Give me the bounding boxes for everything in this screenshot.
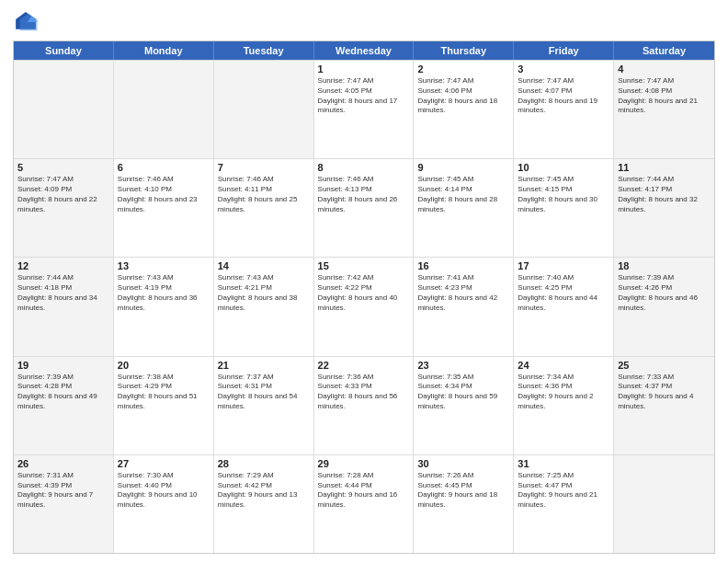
- cell-sun-info: Sunrise: 7:39 AM Sunset: 4:28 PM Dayligh…: [17, 373, 109, 412]
- cell-sun-info: Sunrise: 7:44 AM Sunset: 4:18 PM Dayligh…: [17, 273, 109, 313]
- logo: [13, 9, 40, 35]
- calendar-cell: 22Sunrise: 7:36 AM Sunset: 4:33 PM Dayli…: [314, 357, 415, 454]
- calendar-cell: 23Sunrise: 7:35 AM Sunset: 4:34 PM Dayli…: [414, 357, 514, 454]
- calendar-cell: 2Sunrise: 7:47 AM Sunset: 4:06 PM Daylig…: [414, 61, 514, 158]
- calendar-cell: 3Sunrise: 7:47 AM Sunset: 4:07 PM Daylig…: [514, 61, 614, 158]
- calendar-cell: 21Sunrise: 7:37 AM Sunset: 4:31 PM Dayli…: [214, 357, 314, 454]
- calendar-cell: 18Sunrise: 7:39 AM Sunset: 4:26 PM Dayli…: [614, 258, 714, 355]
- day-number: 25: [618, 360, 711, 371]
- cell-sun-info: Sunrise: 7:44 AM Sunset: 4:17 PM Dayligh…: [618, 175, 711, 214]
- calendar-cell: 8Sunrise: 7:46 AM Sunset: 4:13 PM Daylig…: [314, 159, 415, 257]
- day-number: 31: [518, 458, 609, 469]
- day-number: 22: [318, 360, 410, 371]
- cell-sun-info: Sunrise: 7:26 AM Sunset: 4:45 PM Dayligh…: [417, 471, 509, 511]
- calendar-cell: 15Sunrise: 7:42 AM Sunset: 4:22 PM Dayli…: [314, 258, 415, 355]
- cell-sun-info: Sunrise: 7:38 AM Sunset: 4:29 PM Dayligh…: [118, 373, 210, 412]
- day-number: 28: [218, 458, 310, 469]
- calendar-cell: [114, 61, 214, 158]
- calendar-cell: 10Sunrise: 7:45 AM Sunset: 4:15 PM Dayli…: [514, 159, 614, 257]
- cell-sun-info: Sunrise: 7:28 AM Sunset: 4:44 PM Dayligh…: [318, 471, 410, 511]
- weekday-header: Tuesday: [214, 41, 314, 60]
- cell-sun-info: Sunrise: 7:29 AM Sunset: 4:42 PM Dayligh…: [218, 471, 310, 511]
- day-number: 11: [618, 162, 711, 173]
- day-number: 15: [318, 260, 410, 271]
- day-number: 17: [518, 260, 609, 271]
- day-number: 13: [118, 260, 210, 271]
- cell-sun-info: Sunrise: 7:36 AM Sunset: 4:33 PM Dayligh…: [318, 373, 410, 412]
- day-number: 6: [118, 162, 210, 173]
- calendar-cell: 1Sunrise: 7:47 AM Sunset: 4:05 PM Daylig…: [314, 61, 415, 158]
- day-number: 5: [17, 162, 109, 173]
- calendar-cell: 12Sunrise: 7:44 AM Sunset: 4:18 PM Dayli…: [14, 258, 114, 355]
- calendar-cell: 28Sunrise: 7:29 AM Sunset: 4:42 PM Dayli…: [214, 455, 314, 553]
- calendar-cell: 6Sunrise: 7:46 AM Sunset: 4:10 PM Daylig…: [114, 159, 214, 257]
- cell-sun-info: Sunrise: 7:25 AM Sunset: 4:47 PM Dayligh…: [518, 471, 609, 511]
- day-number: 27: [118, 458, 210, 469]
- day-number: 19: [17, 360, 109, 371]
- day-number: 12: [17, 260, 109, 271]
- calendar-cell: 26Sunrise: 7:31 AM Sunset: 4:39 PM Dayli…: [14, 455, 114, 553]
- cell-sun-info: Sunrise: 7:47 AM Sunset: 4:06 PM Dayligh…: [417, 76, 509, 116]
- cell-sun-info: Sunrise: 7:39 AM Sunset: 4:26 PM Dayligh…: [618, 273, 711, 313]
- logo-icon: [13, 9, 39, 35]
- day-number: 10: [518, 162, 609, 173]
- cell-sun-info: Sunrise: 7:40 AM Sunset: 4:25 PM Dayligh…: [518, 273, 609, 313]
- day-number: 14: [218, 260, 310, 271]
- day-number: 4: [618, 63, 711, 75]
- cell-sun-info: Sunrise: 7:47 AM Sunset: 4:05 PM Dayligh…: [318, 76, 410, 116]
- header: [13, 9, 715, 35]
- cell-sun-info: Sunrise: 7:42 AM Sunset: 4:22 PM Dayligh…: [318, 273, 410, 313]
- day-number: 7: [218, 162, 310, 173]
- calendar-cell: 30Sunrise: 7:26 AM Sunset: 4:45 PM Dayli…: [414, 455, 514, 553]
- page: SundayMondayTuesdayWednesdayThursdayFrid…: [0, 0, 728, 563]
- day-number: 3: [518, 63, 609, 75]
- calendar-body: 1Sunrise: 7:47 AM Sunset: 4:05 PM Daylig…: [14, 60, 714, 553]
- cell-sun-info: Sunrise: 7:30 AM Sunset: 4:40 PM Dayligh…: [118, 471, 210, 511]
- cell-sun-info: Sunrise: 7:46 AM Sunset: 4:11 PM Dayligh…: [218, 175, 310, 214]
- calendar: SundayMondayTuesdayWednesdayThursdayFrid…: [13, 40, 715, 554]
- calendar-row: 1Sunrise: 7:47 AM Sunset: 4:05 PM Daylig…: [14, 60, 714, 158]
- weekday-header: Thursday: [414, 41, 514, 60]
- cell-sun-info: Sunrise: 7:37 AM Sunset: 4:31 PM Dayligh…: [218, 373, 310, 412]
- calendar-cell: 7Sunrise: 7:46 AM Sunset: 4:11 PM Daylig…: [214, 159, 314, 257]
- calendar-cell: 14Sunrise: 7:43 AM Sunset: 4:21 PM Dayli…: [214, 258, 314, 355]
- cell-sun-info: Sunrise: 7:33 AM Sunset: 4:37 PM Dayligh…: [618, 373, 711, 412]
- calendar-row: 26Sunrise: 7:31 AM Sunset: 4:39 PM Dayli…: [14, 454, 714, 553]
- calendar-row: 12Sunrise: 7:44 AM Sunset: 4:18 PM Dayli…: [14, 257, 714, 355]
- weekday-header: Wednesday: [314, 41, 415, 60]
- calendar-cell: 4Sunrise: 7:47 AM Sunset: 4:08 PM Daylig…: [614, 61, 714, 158]
- weekday-header: Friday: [514, 41, 614, 60]
- day-number: 30: [417, 458, 509, 469]
- weekday-header: Sunday: [14, 41, 114, 60]
- calendar-row: 19Sunrise: 7:39 AM Sunset: 4:28 PM Dayli…: [14, 356, 714, 454]
- calendar-row: 5Sunrise: 7:47 AM Sunset: 4:09 PM Daylig…: [14, 158, 714, 257]
- cell-sun-info: Sunrise: 7:35 AM Sunset: 4:34 PM Dayligh…: [417, 373, 509, 412]
- day-number: 1: [318, 63, 410, 75]
- cell-sun-info: Sunrise: 7:43 AM Sunset: 4:21 PM Dayligh…: [218, 273, 310, 313]
- day-number: 24: [518, 360, 609, 371]
- day-number: 9: [417, 162, 509, 173]
- calendar-cell: 17Sunrise: 7:40 AM Sunset: 4:25 PM Dayli…: [514, 258, 614, 355]
- calendar-cell: 27Sunrise: 7:30 AM Sunset: 4:40 PM Dayli…: [114, 455, 214, 553]
- day-number: 23: [417, 360, 509, 371]
- calendar-cell: 5Sunrise: 7:47 AM Sunset: 4:09 PM Daylig…: [14, 159, 114, 257]
- day-number: 18: [618, 260, 711, 271]
- cell-sun-info: Sunrise: 7:43 AM Sunset: 4:19 PM Dayligh…: [118, 273, 210, 313]
- cell-sun-info: Sunrise: 7:47 AM Sunset: 4:07 PM Dayligh…: [518, 76, 609, 116]
- day-number: 2: [417, 63, 509, 75]
- calendar-cell: 19Sunrise: 7:39 AM Sunset: 4:28 PM Dayli…: [14, 357, 114, 454]
- calendar-cell: [214, 61, 314, 158]
- calendar-cell: 16Sunrise: 7:41 AM Sunset: 4:23 PM Dayli…: [414, 258, 514, 355]
- cell-sun-info: Sunrise: 7:46 AM Sunset: 4:13 PM Dayligh…: [318, 175, 410, 214]
- cell-sun-info: Sunrise: 7:34 AM Sunset: 4:36 PM Dayligh…: [518, 373, 609, 412]
- calendar-cell: 25Sunrise: 7:33 AM Sunset: 4:37 PM Dayli…: [614, 357, 714, 454]
- calendar-cell: 24Sunrise: 7:34 AM Sunset: 4:36 PM Dayli…: [514, 357, 614, 454]
- calendar-cell: 31Sunrise: 7:25 AM Sunset: 4:47 PM Dayli…: [514, 455, 614, 553]
- calendar-cell: 11Sunrise: 7:44 AM Sunset: 4:17 PM Dayli…: [614, 159, 714, 257]
- calendar-cell: 20Sunrise: 7:38 AM Sunset: 4:29 PM Dayli…: [114, 357, 214, 454]
- day-number: 8: [318, 162, 410, 173]
- calendar-cell: 29Sunrise: 7:28 AM Sunset: 4:44 PM Dayli…: [314, 455, 415, 553]
- day-number: 26: [17, 458, 109, 469]
- cell-sun-info: Sunrise: 7:31 AM Sunset: 4:39 PM Dayligh…: [17, 471, 109, 511]
- calendar-cell: 9Sunrise: 7:45 AM Sunset: 4:14 PM Daylig…: [414, 159, 514, 257]
